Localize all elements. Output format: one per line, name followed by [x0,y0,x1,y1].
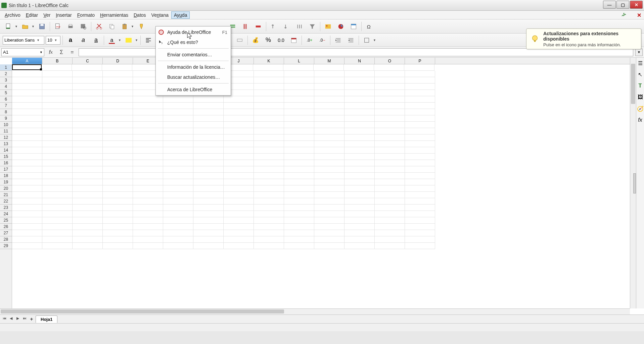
cell[interactable] [42,83,73,90]
cell[interactable] [12,179,42,185]
cell[interactable] [224,236,254,243]
cell[interactable] [344,71,375,77]
cell[interactable] [193,96,224,103]
cell[interactable] [375,205,405,211]
cell[interactable] [405,71,435,77]
cell[interactable] [284,166,314,173]
cell[interactable] [103,198,133,205]
cell[interactable] [254,179,284,185]
cell[interactable] [103,115,133,122]
tab-last-button[interactable]: ⏭ [21,316,28,322]
cell[interactable] [193,185,224,192]
column-header[interactable]: K [254,58,284,64]
cell[interactable] [73,217,103,224]
align-left-button[interactable] [143,35,154,46]
cell[interactable] [254,134,284,141]
cell[interactable] [193,122,224,128]
cell[interactable] [405,154,435,160]
row-header[interactable]: 7 [0,103,12,109]
cell[interactable] [133,173,163,179]
cell[interactable] [12,83,42,90]
cell[interactable] [375,109,405,115]
cell[interactable] [12,90,42,96]
cell[interactable] [133,243,163,249]
row-header[interactable]: 5 [0,90,12,96]
cell[interactable] [224,179,254,185]
cell[interactable] [375,198,405,205]
cell[interactable] [42,217,73,224]
menu-editar[interactable]: Editar [23,11,41,19]
cell[interactable] [193,192,224,198]
row-header[interactable]: 24 [0,211,12,217]
remove-decimal-button[interactable]: .0− [317,35,328,46]
cell[interactable] [133,134,163,141]
cell[interactable] [12,128,42,134]
cell[interactable] [344,211,375,217]
cell[interactable] [375,115,405,122]
cell[interactable] [103,128,133,134]
cell[interactable] [375,154,405,160]
cell[interactable] [42,166,73,173]
cell[interactable] [375,236,405,243]
cell[interactable] [133,198,163,205]
cell[interactable] [344,103,375,109]
cell[interactable] [344,230,375,236]
cell[interactable] [103,141,133,147]
cell[interactable] [314,185,344,192]
cell[interactable] [193,141,224,147]
cell[interactable] [42,205,73,211]
menu-archivo[interactable]: Archivo [2,11,23,19]
cell[interactable] [193,230,224,236]
cell[interactable] [12,109,42,115]
cell[interactable] [73,179,103,185]
cell[interactable] [12,160,42,166]
row-header[interactable]: 19 [0,179,12,185]
cell[interactable] [405,236,435,243]
cell[interactable] [344,64,374,71]
cell[interactable] [284,211,314,217]
cell[interactable] [254,192,284,198]
cell[interactable] [224,147,254,154]
cell[interactable] [163,160,193,166]
cell[interactable] [163,115,193,122]
cell[interactable] [344,205,375,211]
cell[interactable] [193,224,224,230]
row-header[interactable]: 2 [0,71,12,77]
extension-update-icon[interactable] [620,12,627,18]
cell[interactable] [42,109,73,115]
row-header[interactable]: 18 [0,173,12,179]
row-header[interactable]: 28 [0,236,12,243]
cell[interactable] [405,77,435,83]
cell[interactable] [254,96,284,103]
cell[interactable] [344,83,375,90]
cell[interactable] [344,243,375,249]
cell[interactable] [284,173,314,179]
sidebar-handle[interactable] [633,173,636,193]
cell[interactable] [42,192,73,198]
cell[interactable] [193,160,224,166]
cell[interactable] [284,128,314,134]
cell[interactable] [314,160,344,166]
cell[interactable] [375,160,405,166]
cell[interactable] [375,71,405,77]
cell[interactable] [73,83,103,90]
cell[interactable] [284,71,314,77]
cell[interactable] [224,122,254,128]
cell[interactable] [12,71,42,77]
cell[interactable] [133,115,163,122]
row-header[interactable]: 23 [0,205,12,211]
row-header[interactable]: 12 [0,134,12,141]
cell[interactable] [224,103,254,109]
cell[interactable] [284,198,314,205]
cell[interactable] [375,211,405,217]
delete-rows-button[interactable] [252,21,264,32]
cell[interactable] [375,217,405,224]
cell[interactable] [284,236,314,243]
sort-asc-button[interactable] [268,21,280,32]
sort-desc-button[interactable] [281,21,292,32]
cell[interactable] [314,230,344,236]
cell[interactable] [103,173,133,179]
cell-reference-box[interactable]: A1▼ [1,48,44,56]
insert-chart-button[interactable] [335,21,347,32]
cell[interactable] [163,205,193,211]
